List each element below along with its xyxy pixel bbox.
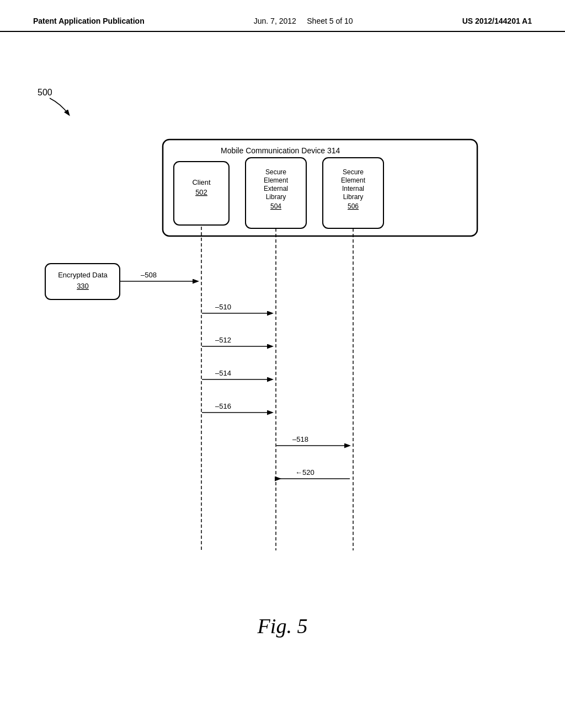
- header-center: Jun. 7, 2012 Sheet 5 of 10: [254, 17, 353, 25]
- se-internal-number: 506: [348, 202, 359, 210]
- page-header: Patent Application Publication Jun. 7, 2…: [0, 0, 565, 32]
- publication-label: Patent Application Publication: [33, 17, 145, 25]
- client-label: Client: [192, 178, 211, 186]
- diagram-number: 500: [38, 88, 52, 97]
- se-external-label-2: Element: [264, 176, 289, 184]
- arrow-514-label: –514: [215, 369, 231, 377]
- arrow-510-label: –510: [215, 303, 231, 311]
- mobile-device-label: Mobile Communication Device 314: [221, 146, 340, 155]
- arrow-508-label: –508: [141, 271, 157, 279]
- header-left: Patent Application Publication: [33, 17, 145, 25]
- se-external-number: 504: [270, 202, 281, 210]
- arrow-518-label: –518: [292, 435, 308, 443]
- se-internal-label-4: Library: [343, 193, 364, 201]
- sheet-info: Sheet 5 of 10: [307, 17, 353, 25]
- se-external-label-4: Library: [266, 193, 286, 201]
- arrow-520-label: ←520: [295, 468, 315, 477]
- arrow-512-label: –512: [215, 336, 231, 344]
- se-external-label-3: External: [264, 185, 288, 192]
- diagram-area: 500 Mobile Communication Device 314 Clie…: [0, 32, 565, 683]
- encrypted-data-number: 330: [77, 282, 89, 290]
- header-right: US 2012/144201 A1: [462, 17, 532, 25]
- se-external-label-1: Secure: [265, 168, 286, 176]
- publication-date: Jun. 7, 2012: [254, 17, 296, 25]
- client-number: 502: [195, 188, 207, 196]
- patent-number: US 2012/144201 A1: [462, 17, 532, 25]
- se-internal-label-2: Element: [341, 176, 366, 184]
- se-internal-label-3: Internal: [342, 185, 364, 192]
- se-internal-label-1: Secure: [343, 168, 364, 176]
- encrypted-data-label: Encrypted Data: [58, 271, 108, 279]
- arrow-516-label: –516: [215, 402, 231, 410]
- diagram-svg: 500 Mobile Communication Device 314 Clie…: [0, 32, 565, 683]
- figure-label: Fig. 5: [257, 614, 308, 638]
